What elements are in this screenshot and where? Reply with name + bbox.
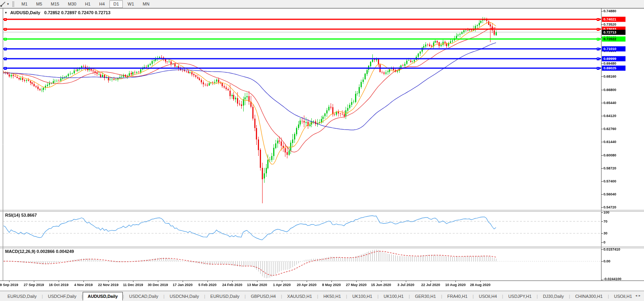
tab-hk50-h1[interactable]: HK50,H1 [318,292,346,300]
tab-eurusd-daily[interactable]: EURUSD,Daily [205,292,244,300]
tab-dj30-daily[interactable]: DJ30,Daily [538,292,569,300]
toolbar-grip[interactable] [12,1,14,7]
chart-tabbar: EURUSD,Daily|USDCHF,Daily|AUDUSD,Daily|U… [0,291,644,301]
tab-eurusd-daily[interactable]: EURUSD,Daily [2,292,42,300]
timeframe-button-d1[interactable]: D1 [109,0,123,8]
toolbar: ▾ M1M5M15M30H1H4D1W1MN [0,0,644,8]
tab-uk100-h1[interactable]: UK100,H1 [347,292,378,300]
tab-usdcad-daily[interactable]: USDCAD,Daily [124,292,163,300]
tab-usoil-h1[interactable]: USOil,H1 [609,292,637,300]
metatrader-app: { "toolbar": { "dropdown_caret": "▾", "t… [0,0,644,301]
tab-audusd-daily[interactable]: AUDUSD,Daily [83,292,123,301]
timeframe-button-w1[interactable]: W1 [124,0,138,8]
tab-usdcnh-daily[interactable]: USDCNH,Daily [165,292,204,300]
tab-ger30-h1[interactable]: GER30,H1 [410,292,441,300]
tab-usdjpy-h1[interactable]: USDJPY,H1 [503,292,537,300]
timeframe-button-m1[interactable]: M1 [18,0,31,8]
price-chart-canvas[interactable] [0,8,644,290]
tab-gbpusd-h4[interactable]: GBPUSD,H4 [246,292,281,300]
tab-usdchf-daily[interactable]: USDCHF,Daily [43,292,81,300]
timeframe-button-h4[interactable]: H4 [95,0,109,8]
timeframe-button-mn[interactable]: MN [139,0,154,8]
trendline-tool-icon[interactable] [0,1,6,7]
tab-uk100-h1[interactable]: UK100,H1 [379,292,409,300]
tabbar-scroll-right-icon[interactable]: ▸ [638,294,642,297]
timeframe-button-m5[interactable]: M5 [32,0,46,8]
tab-china300-h1[interactable]: CHINA300,H1 [570,292,608,300]
tab-fra40-h1[interactable]: FRA40,H1 [442,292,472,300]
timeframe-button-h1[interactable]: H1 [81,0,94,8]
tab-usoil-h4[interactable]: USOil,H4 [474,292,502,300]
timeframe-button-m15[interactable]: M15 [47,0,63,8]
tab-xauusd-h1[interactable]: XAUUSD,H1 [282,292,317,300]
chart-window: ▼AUDUSD,Daily0.72852 0.72897 0.72470 0.7… [0,8,644,290]
tabbar-scroll-arrows: ◂▸ [635,294,642,297]
timeframe-button-group: M1M5M15M30H1H4D1W1MN [17,0,154,8]
timeframe-button-m30[interactable]: M30 [64,0,80,8]
chevron-down-icon[interactable]: ▾ [7,2,9,6]
